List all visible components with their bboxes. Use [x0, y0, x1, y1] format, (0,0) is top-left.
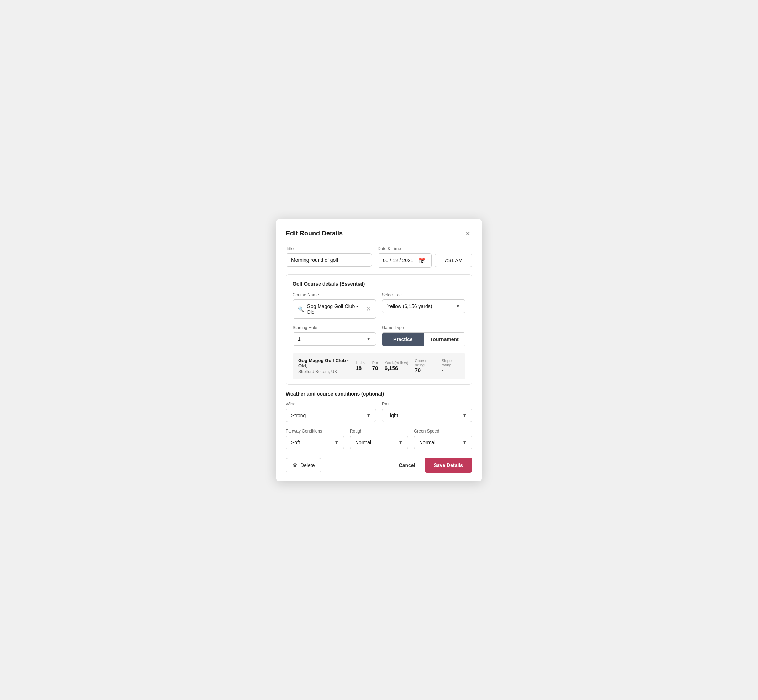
- rough-dropdown[interactable]: Normal ▼: [350, 436, 408, 449]
- title-group: Title: [286, 246, 372, 268]
- select-tee-value: Yellow (6,156 yards): [387, 303, 432, 309]
- fairway-label: Fairway Conditions: [286, 429, 344, 434]
- green-speed-group: Green Speed Normal ▼: [414, 429, 472, 449]
- golf-course-section: Golf Course details (Essential) Course N…: [286, 274, 472, 384]
- fairway-dropdown[interactable]: Soft ▼: [286, 436, 344, 449]
- rain-value: Light: [387, 412, 398, 418]
- select-tee-group: Select Tee Yellow (6,156 yards) ▼: [382, 292, 465, 319]
- course-name-group: Course Name 🔍 Gog Magog Golf Club - Old …: [293, 292, 376, 319]
- modal-title: Edit Round Details: [286, 230, 343, 237]
- course-rating-value: 70: [415, 367, 421, 373]
- slope-rating-label: Slope rating: [442, 359, 460, 367]
- fairway-rough-green-row: Fairway Conditions Soft ▼ Rough Normal ▼…: [286, 429, 472, 449]
- course-name-value: Gog Magog Golf Club - Old: [307, 303, 363, 315]
- chevron-down-icon: ▼: [462, 412, 467, 418]
- footer-row: 🗑 Delete Cancel Save Details: [286, 458, 472, 473]
- date-input[interactable]: 05 / 12 / 2021 📅: [377, 253, 432, 268]
- slope-rating-stat: Slope rating -: [442, 359, 460, 373]
- datetime-group: Date & Time 05 / 12 / 2021 📅 7:31 AM: [377, 246, 472, 268]
- par-label: Par: [372, 361, 378, 365]
- search-icon: 🔍: [298, 306, 304, 312]
- starting-hole-group: Starting Hole 1 ▼: [293, 325, 376, 347]
- datetime-label: Date & Time: [377, 246, 472, 251]
- course-name-label: Course Name: [293, 292, 376, 297]
- starting-hole-dropdown[interactable]: 1 ▼: [293, 332, 376, 346]
- starting-hole-value: 1: [298, 336, 301, 342]
- tournament-button[interactable]: Tournament: [424, 333, 465, 346]
- green-speed-dropdown[interactable]: Normal ▼: [414, 436, 472, 449]
- yards-value: 6,156: [385, 365, 398, 371]
- clear-icon[interactable]: ✕: [366, 306, 371, 312]
- chevron-down-icon: ▼: [366, 412, 371, 418]
- rough-label: Rough: [350, 429, 408, 434]
- delete-label: Delete: [300, 462, 315, 468]
- save-button[interactable]: Save Details: [424, 458, 473, 473]
- chevron-down-icon: ▼: [398, 440, 403, 445]
- game-type-group: Game Type Practice Tournament: [382, 325, 465, 347]
- green-speed-value: Normal: [419, 440, 435, 445]
- course-info-box: Gog Magog Golf Club - Old, Shelford Bott…: [293, 353, 465, 379]
- title-date-row: Title Date & Time 05 / 12 / 2021 📅 7:31 …: [286, 246, 472, 268]
- date-value: 05 / 12 / 2021: [383, 258, 413, 263]
- course-rating-stat: Course rating 70: [415, 359, 435, 373]
- starting-hole-label: Starting Hole: [293, 325, 376, 330]
- par-stat: Par 70: [372, 361, 378, 371]
- rain-dropdown[interactable]: Light ▼: [382, 409, 472, 422]
- practice-button[interactable]: Practice: [382, 333, 424, 346]
- yards-stat: Yards(Yellow) 6,156: [385, 361, 409, 371]
- chevron-down-icon: ▼: [366, 336, 371, 341]
- course-info-name: Gog Magog Golf Club - Old,: [298, 358, 356, 369]
- footer-right: Cancel Save Details: [396, 458, 472, 473]
- fairway-group: Fairway Conditions Soft ▼: [286, 429, 344, 449]
- holes-stat: Holes 18: [356, 361, 366, 371]
- wind-group: Wind Strong ▼: [286, 402, 376, 422]
- wind-rain-row: Wind Strong ▼ Rain Light ▼: [286, 402, 472, 422]
- edit-round-modal: Edit Round Details × Title Date & Time 0…: [276, 219, 482, 481]
- course-tee-row: Course Name 🔍 Gog Magog Golf Club - Old …: [293, 292, 465, 319]
- course-name-input[interactable]: 🔍 Gog Magog Golf Club - Old ✕: [293, 300, 376, 319]
- rough-value: Normal: [355, 440, 371, 445]
- time-value: 7:31 AM: [444, 258, 462, 263]
- golf-course-title: Golf Course details (Essential): [293, 281, 465, 287]
- weather-section-title: Weather and course conditions (optional): [286, 391, 472, 397]
- game-type-label: Game Type: [382, 325, 465, 330]
- course-rating-label: Course rating: [415, 359, 435, 367]
- rough-group: Rough Normal ▼: [350, 429, 408, 449]
- select-tee-label: Select Tee: [382, 292, 465, 297]
- calendar-icon: 📅: [418, 257, 426, 264]
- title-label: Title: [286, 246, 372, 251]
- delete-button[interactable]: 🗑 Delete: [286, 458, 321, 472]
- time-input[interactable]: 7:31 AM: [434, 254, 472, 267]
- rain-group: Rain Light ▼: [382, 402, 472, 422]
- hole-gametype-row: Starting Hole 1 ▼ Game Type Practice Tou…: [293, 325, 465, 347]
- select-tee-dropdown[interactable]: Yellow (6,156 yards) ▼: [382, 300, 465, 313]
- weather-section: Weather and course conditions (optional)…: [286, 391, 472, 449]
- wind-value: Strong: [291, 412, 306, 418]
- game-type-toggle: Practice Tournament: [382, 332, 465, 347]
- fairway-value: Soft: [291, 440, 300, 445]
- green-speed-label: Green Speed: [414, 429, 472, 434]
- trash-icon: 🗑: [293, 462, 298, 468]
- chevron-down-icon: ▼: [456, 303, 460, 309]
- wind-label: Wind: [286, 402, 376, 406]
- course-info-stats: Holes 18 Par 70 Yards(Yellow) 6,156 Cour…: [356, 359, 460, 373]
- chevron-down-icon: ▼: [462, 440, 467, 445]
- modal-header: Edit Round Details ×: [286, 229, 472, 238]
- slope-rating-value: -: [442, 367, 443, 373]
- wind-dropdown[interactable]: Strong ▼: [286, 409, 376, 422]
- chevron-down-icon: ▼: [334, 440, 339, 445]
- holes-value: 18: [356, 365, 362, 371]
- course-info-location: Shelford Bottom, UK: [298, 369, 356, 374]
- cancel-button[interactable]: Cancel: [396, 459, 418, 472]
- par-value: 70: [372, 365, 378, 371]
- holes-label: Holes: [356, 361, 366, 365]
- title-input[interactable]: [286, 253, 372, 267]
- rain-label: Rain: [382, 402, 472, 406]
- course-info-name-location: Gog Magog Golf Club - Old, Shelford Bott…: [298, 358, 356, 374]
- close-button[interactable]: ×: [464, 229, 472, 238]
- yards-label: Yards(Yellow): [385, 361, 409, 365]
